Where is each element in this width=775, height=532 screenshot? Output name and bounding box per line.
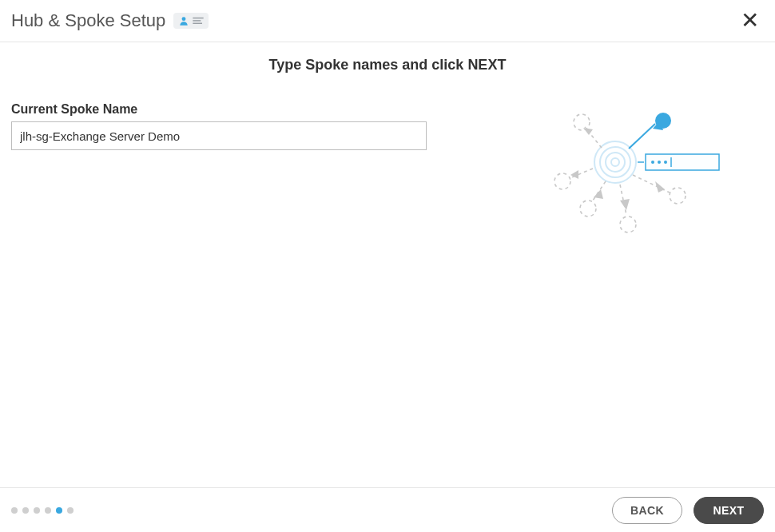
svg-rect-2 bbox=[193, 20, 201, 22]
step-dot bbox=[56, 507, 62, 514]
user-icon bbox=[178, 15, 189, 26]
spoke-name-form: Current Spoke Name bbox=[11, 102, 427, 150]
svg-point-13 bbox=[658, 161, 661, 164]
header-left: Hub & Spoke Setup bbox=[11, 10, 209, 31]
svg-point-27 bbox=[620, 216, 636, 232]
svg-point-12 bbox=[651, 161, 654, 164]
svg-point-30 bbox=[670, 188, 686, 204]
step-dot bbox=[67, 507, 74, 514]
svg-line-29 bbox=[633, 175, 670, 193]
dialog-footer: BACK NEXT bbox=[0, 487, 775, 532]
svg-point-24 bbox=[580, 200, 596, 216]
svg-point-7 bbox=[611, 158, 619, 166]
user-chip[interactable] bbox=[173, 13, 209, 29]
svg-point-10 bbox=[655, 113, 671, 129]
svg-rect-3 bbox=[193, 23, 203, 25]
footer-buttons: BACK NEXT bbox=[612, 497, 764, 524]
svg-point-5 bbox=[600, 147, 630, 177]
step-dot bbox=[45, 507, 51, 514]
step-dot bbox=[11, 507, 18, 514]
svg-marker-19 bbox=[583, 128, 593, 135]
back-button[interactable]: BACK bbox=[612, 497, 682, 524]
step-indicator bbox=[11, 507, 74, 514]
step-dot bbox=[34, 507, 40, 514]
svg-rect-11 bbox=[646, 154, 719, 170]
close-icon: ✕ bbox=[741, 8, 759, 33]
instruction-text: Type Spoke names and click NEXT bbox=[11, 57, 764, 73]
next-button[interactable]: NEXT bbox=[694, 497, 764, 524]
svg-marker-28 bbox=[620, 199, 630, 210]
svg-line-8 bbox=[629, 124, 655, 149]
hub-spoke-illustration bbox=[543, 89, 727, 248]
svg-point-18 bbox=[574, 114, 590, 130]
close-button[interactable]: ✕ bbox=[736, 8, 764, 34]
svg-point-14 bbox=[664, 161, 667, 164]
dialog-title: Hub & Spoke Setup bbox=[11, 10, 165, 31]
dialog-content: Type Spoke names and click NEXT Current … bbox=[0, 42, 775, 490]
svg-marker-22 bbox=[570, 170, 578, 179]
current-spoke-label: Current Spoke Name bbox=[11, 102, 427, 117]
svg-point-21 bbox=[554, 173, 570, 189]
list-icon bbox=[193, 17, 204, 25]
svg-point-0 bbox=[182, 17, 186, 21]
svg-point-6 bbox=[606, 153, 625, 172]
svg-rect-1 bbox=[193, 18, 204, 19]
svg-marker-25 bbox=[594, 189, 603, 199]
dialog-header: Hub & Spoke Setup ✕ bbox=[0, 0, 775, 42]
current-spoke-input[interactable] bbox=[11, 121, 427, 150]
step-dot bbox=[22, 507, 29, 514]
